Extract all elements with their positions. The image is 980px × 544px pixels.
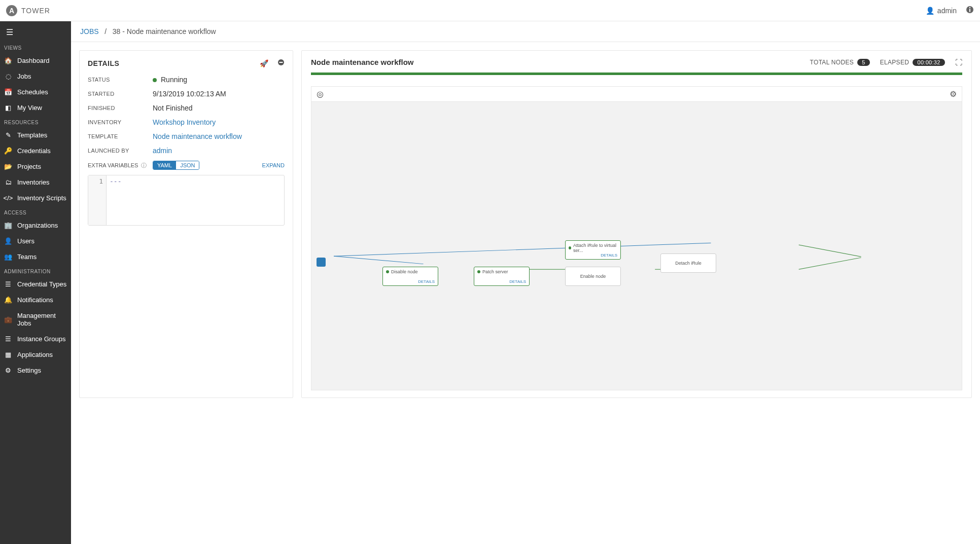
workflow-node-disable[interactable]: Disable node DETAILS <box>382 267 438 286</box>
sidebar-item-label: Dashboard <box>17 57 50 64</box>
canvas-gear-icon[interactable]: ⚙ <box>950 89 957 99</box>
sidebar-item-schedules[interactable]: 📅Schedules <box>0 84 71 100</box>
sidebar: ☰ VIEWS 🏠Dashboard ◌Jobs 📅Schedules ◧My … <box>0 21 71 544</box>
sidebar-item-users[interactable]: 👤Users <box>0 233 71 249</box>
info-icon[interactable] <box>966 6 974 16</box>
sidebar-item-label: My View <box>17 104 42 112</box>
sidebar-item-organizations[interactable]: 🏢Organizations <box>0 217 71 233</box>
node-details-link[interactable]: DETAILS <box>601 253 617 258</box>
value-inventory-link[interactable]: Workshop Inventory <box>153 118 285 126</box>
code-content: --- <box>107 175 124 225</box>
svg-line-6 <box>334 243 711 256</box>
inventories-icon: 🗂 <box>4 178 12 186</box>
sidebar-item-label: Management Jobs <box>17 312 67 327</box>
workflow-node-attach[interactable]: Attach iRule to virtual ser... DETAILS <box>565 240 621 260</box>
canvas-toolbar: ◎ ⚙ <box>311 87 962 102</box>
node-details-link[interactable]: DETAILS <box>509 279 526 284</box>
sidebar-item-projects[interactable]: 📂Projects <box>0 159 71 174</box>
sidebar-item-settings[interactable]: ⚙Settings <box>0 362 71 378</box>
sidebar-item-applications[interactable]: ▦Applications <box>0 347 71 362</box>
gear-icon: ⚙ <box>4 367 12 374</box>
svg-line-5 <box>334 256 423 264</box>
cancel-job-button[interactable] <box>277 59 285 67</box>
grid-icon: ▦ <box>4 351 12 358</box>
sidebar-item-notifications[interactable]: 🔔Notifications <box>0 292 71 308</box>
sidebar-item-instance-groups[interactable]: ☰Instance Groups <box>0 331 71 347</box>
sidebar-item-myview[interactable]: ◧My View <box>0 100 71 116</box>
extra-vars-editor[interactable]: 1 --- <box>88 175 285 226</box>
yaml-json-toggle: YAML JSON <box>153 161 199 170</box>
value-launched-by-link[interactable]: admin <box>153 147 285 155</box>
folder-icon: 📂 <box>4 163 12 170</box>
sidebar-item-inventory-scripts[interactable]: </>Inventory Scripts <box>0 190 71 206</box>
sidebar-item-credential-types[interactable]: ☰Credential Types <box>0 276 71 292</box>
yaml-toggle[interactable]: YAML <box>153 161 176 169</box>
code-gutter: 1 <box>88 175 107 225</box>
label-launched-by: LAUNCHED BY <box>88 148 153 154</box>
status-dot-icon <box>153 78 157 82</box>
node-label: Patch server <box>482 269 508 274</box>
label-inventory: INVENTORY <box>88 119 153 125</box>
workflow-node-enable[interactable]: Enable node <box>565 267 621 286</box>
bell-icon: 🔔 <box>4 296 12 304</box>
total-nodes-stat: TOTAL NODES 5 <box>810 59 870 66</box>
workflow-canvas[interactable]: ◎ ⚙ <box>311 86 962 390</box>
minus-circle-icon <box>277 59 285 67</box>
building-icon: 🏢 <box>4 222 12 229</box>
label-extra-variables: EXTRA VARIABLES <box>88 162 138 168</box>
sidebar-item-dashboard[interactable]: 🏠Dashboard <box>0 53 71 68</box>
sidebar-item-label: Instance Groups <box>17 335 65 343</box>
total-nodes-badge: 5 <box>857 59 869 66</box>
details-panel: DETAILS 🚀 STATUS Running STARTED 9/13/20… <box>79 50 293 398</box>
compass-icon[interactable]: ◎ <box>317 89 324 99</box>
sidebar-section-resources: RESOURCES <box>0 116 71 127</box>
svg-rect-4 <box>279 62 283 63</box>
workflow-node-detach[interactable]: Detach iRule <box>660 253 716 273</box>
workflow-start-node[interactable] <box>317 258 326 267</box>
sidebar-item-credentials[interactable]: 🔑Credentials <box>0 143 71 159</box>
node-label: Disable node <box>391 269 418 274</box>
label-finished: FINISHED <box>88 105 153 111</box>
main-area: JOBS / 38 - Node maintenance workflow DE… <box>71 21 980 544</box>
user-name: admin <box>937 7 957 15</box>
sidebar-item-label: Schedules <box>17 88 48 96</box>
sidebar-item-teams[interactable]: 👥Teams <box>0 249 71 265</box>
elapsed-badge: 00:00:32 <box>913 59 944 66</box>
hamburger-icon[interactable]: ☰ <box>0 23 71 41</box>
sidebar-item-label: Organizations <box>17 222 58 229</box>
node-status-dot-icon <box>569 246 571 249</box>
sidebar-item-label: Jobs <box>17 72 31 80</box>
value-status: Running <box>153 76 285 84</box>
node-label: Attach iRule to virtual ser... <box>573 243 617 253</box>
sidebar-item-label: Credentials <box>17 147 51 155</box>
sidebar-item-inventories[interactable]: 🗂Inventories <box>0 174 71 190</box>
node-label: Detach iRule <box>675 261 702 266</box>
json-toggle[interactable]: JSON <box>176 161 199 169</box>
sidebar-item-templates[interactable]: ✎Templates <box>0 127 71 143</box>
dashboard-icon: 🏠 <box>4 57 12 64</box>
value-template-link[interactable]: Node maintenance workflow <box>153 132 285 140</box>
sidebar-item-label: Projects <box>17 163 41 170</box>
breadcrumb-jobs-link[interactable]: JOBS <box>80 27 99 35</box>
workflow-title: Node maintenance workflow <box>311 58 414 66</box>
key-icon: 🔑 <box>4 147 12 155</box>
node-label: Enable node <box>580 274 606 279</box>
svg-rect-1 <box>969 9 970 12</box>
sidebar-item-jobs[interactable]: ◌Jobs <box>0 68 71 84</box>
node-status-dot-icon <box>386 270 389 273</box>
rocket-icon: 🚀 <box>260 59 268 67</box>
expand-button[interactable]: EXPAND <box>262 162 285 168</box>
workflow-node-patch[interactable]: Patch server DETAILS <box>474 267 530 286</box>
user-icon: 👤 <box>926 7 934 15</box>
user-menu[interactable]: 👤 admin <box>926 7 957 15</box>
node-status-dot-icon <box>477 270 480 273</box>
topbar: A TOWER 👤 admin <box>0 0 980 21</box>
help-icon[interactable]: ⓘ <box>141 162 147 169</box>
progress-bar <box>311 72 962 75</box>
relaunch-button[interactable]: 🚀 <box>260 59 268 67</box>
expand-icon[interactable]: ⛶ <box>955 58 962 66</box>
details-title: DETAILS <box>88 59 119 67</box>
node-details-link[interactable]: DETAILS <box>418 279 435 284</box>
sidebar-item-label: Users <box>17 237 34 245</box>
sidebar-item-management-jobs[interactable]: 💼Management Jobs <box>0 308 71 331</box>
